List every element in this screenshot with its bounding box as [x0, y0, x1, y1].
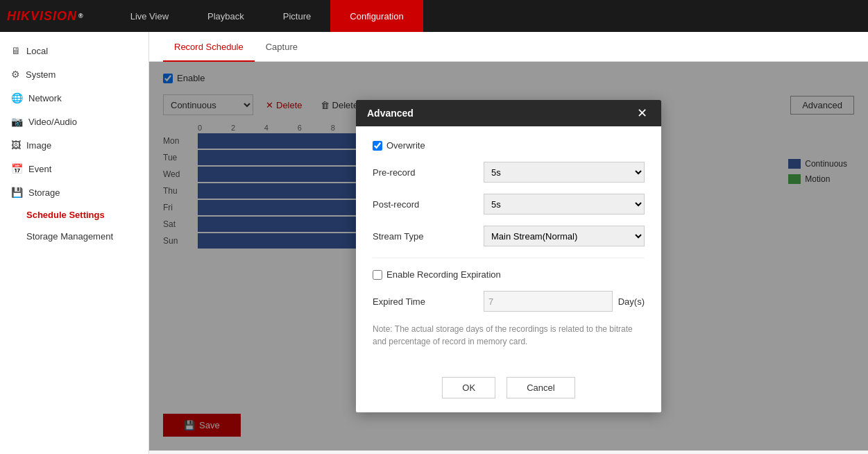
sidebar-item-label-network: Network — [28, 93, 62, 103]
nav-picture[interactable]: Picture — [264, 0, 330, 32]
trademark: ® — [78, 12, 83, 19]
logo-text: HIKVISION — [7, 9, 77, 24]
sidebar-item-label-system: System — [26, 69, 56, 80]
system-icon: ⚙ — [11, 69, 20, 80]
expired-time-input[interactable] — [484, 291, 613, 312]
sidebar-sub-item-schedule-settings[interactable]: Schedule Settings — [0, 204, 148, 226]
enable-expiration-label: Enable Recording Expiration — [386, 269, 501, 280]
modal-note: Note: The actual storage days of the rec… — [373, 323, 645, 348]
network-icon: 🌐 — [11, 92, 23, 103]
tab-capture[interactable]: Capture — [255, 32, 309, 62]
modal-footer: OK Cancel — [356, 370, 661, 412]
pre-record-label: Pre-record — [373, 167, 484, 178]
sidebar: 🖥 Local ⚙ System 🌐 Network 📷 Video/Audio… — [0, 32, 149, 454]
nav-items: Live View Playback Picture Configuration — [111, 0, 423, 32]
modal-close-button[interactable]: ✕ — [634, 107, 650, 119]
advanced-modal: Advanced ✕ Overwrite Pre-record — [356, 100, 661, 412]
post-record-row: Post-record 5s 10s 15s 20s 25s 30s — [373, 194, 645, 215]
sidebar-item-label-image: Image — [26, 140, 51, 151]
enable-expiration-checkbox[interactable] — [373, 270, 382, 280]
overwrite-row: Overwrite — [373, 140, 645, 151]
expired-time-label: Expired Time — [373, 296, 484, 307]
modal-header: Advanced ✕ — [356, 100, 661, 126]
sidebar-item-network[interactable]: 🌐 Network — [0, 86, 148, 110]
sidebar-item-image[interactable]: 🖼 Image — [0, 133, 148, 157]
sidebar-item-event[interactable]: 📅 Event — [0, 157, 148, 180]
ok-button[interactable]: OK — [442, 377, 495, 398]
cancel-button[interactable]: Cancel — [507, 377, 575, 398]
sidebar-item-label-local: Local — [26, 46, 48, 56]
top-navigation: HIKVISION® Live View Playback Picture Co… — [0, 0, 868, 32]
stream-type-label: Stream Type — [373, 231, 484, 242]
sidebar-item-storage[interactable]: 💾 Storage — [0, 180, 148, 204]
modal-title: Advanced — [367, 108, 414, 119]
main-layout: 🖥 Local ⚙ System 🌐 Network 📷 Video/Audio… — [0, 32, 868, 454]
tab-record-schedule[interactable]: Record Schedule — [163, 32, 255, 62]
main-content: Record Schedule Capture Enable Continuou… — [149, 32, 868, 454]
stream-type-row: Stream Type Main Stream(Normal) Sub Stre… — [373, 226, 645, 246]
schedule-content: Enable Continuous Motion Alarm Motion | … — [149, 62, 868, 451]
modal-overlay: Advanced ✕ Overwrite Pre-record — [149, 62, 868, 451]
divider — [373, 258, 645, 258]
modal-body: Overwrite Pre-record 5s 10s 15s 20s 25s — [356, 126, 661, 370]
event-icon: 📅 — [11, 163, 23, 174]
tab-bar: Record Schedule Capture — [149, 32, 868, 62]
sidebar-item-label-storage: Storage — [28, 187, 60, 198]
stream-type-select[interactable]: Main Stream(Normal) Sub Stream Third Str… — [484, 226, 645, 246]
enable-expiration-row: Enable Recording Expiration — [373, 269, 645, 280]
overwrite-label: Overwrite — [386, 140, 425, 151]
nav-live-view[interactable]: Live View — [111, 0, 188, 32]
pre-record-select[interactable]: 5s 10s 15s 20s 25s 30s — [484, 162, 645, 183]
overwrite-checkbox[interactable] — [373, 141, 382, 151]
sidebar-item-video-audio[interactable]: 📷 Video/Audio — [0, 110, 148, 133]
local-icon: 🖥 — [11, 45, 21, 56]
sidebar-item-label-event: Event — [28, 164, 51, 174]
nav-configuration[interactable]: Configuration — [330, 0, 423, 32]
storage-icon: 💾 — [11, 187, 23, 198]
pre-record-row: Pre-record 5s 10s 15s 20s 25s 30s — [373, 162, 645, 183]
sidebar-item-system[interactable]: ⚙ System — [0, 62, 148, 86]
sidebar-item-local[interactable]: 🖥 Local — [0, 39, 148, 62]
expired-time-row: Expired Time Day(s) — [373, 291, 645, 312]
sidebar-item-label-video-audio: Video/Audio — [28, 117, 77, 127]
video-audio-icon: 📷 — [11, 116, 23, 127]
post-record-label: Post-record — [373, 199, 484, 210]
image-icon: 🖼 — [11, 140, 21, 151]
logo: HIKVISION® — [7, 9, 83, 24]
sidebar-sub-item-storage-management[interactable]: Storage Management — [0, 226, 148, 247]
post-record-select[interactable]: 5s 10s 15s 20s 25s 30s — [484, 194, 645, 215]
expired-time-unit: Day(s) — [618, 296, 645, 307]
nav-playback[interactable]: Playback — [188, 0, 264, 32]
